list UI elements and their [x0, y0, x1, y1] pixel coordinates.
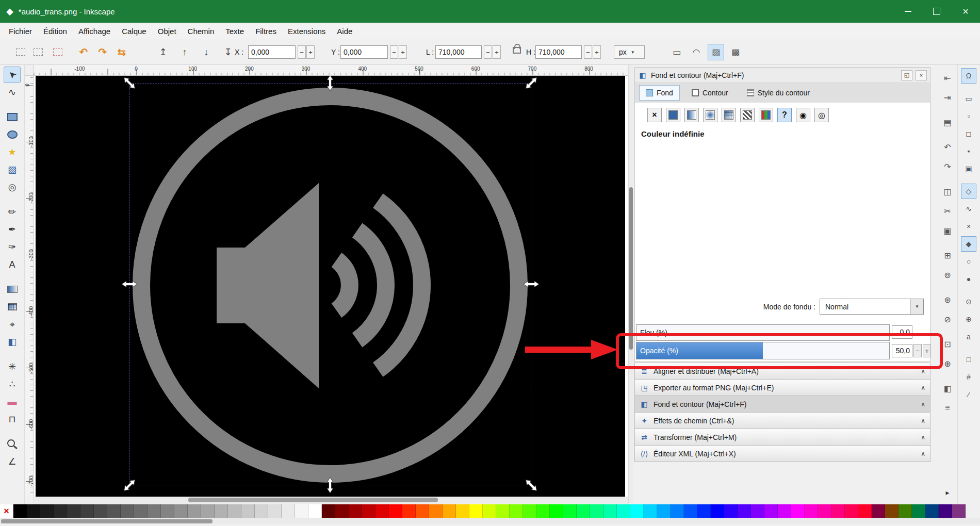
tool-measure[interactable]: ∠ [4, 453, 21, 470]
l-decrement-button[interactable]: − [484, 45, 492, 59]
menu-aide[interactable]: Aide [331, 23, 358, 40]
canvas-vertical-scrollbar[interactable] [628, 65, 633, 503]
palette-swatch[interactable] [563, 504, 577, 518]
palette-swatch[interactable] [469, 504, 483, 518]
palette-swatch[interactable] [577, 504, 590, 518]
canvas-viewport[interactable] [34, 76, 628, 497]
palette-swatch[interactable] [617, 504, 630, 518]
palette-swatch[interactable] [912, 504, 925, 518]
palette-swatch[interactable] [80, 504, 94, 518]
x-input[interactable]: 0,000 [248, 45, 296, 59]
lock-ratio-icon[interactable] [513, 47, 521, 54]
palette-swatch[interactable] [751, 504, 764, 518]
transform-stroke-toggle[interactable]: ▭ [668, 44, 685, 60]
raise-button[interactable]: ↑ [176, 44, 193, 60]
fill-rule-nonzero-button[interactable]: ◉ [796, 108, 810, 122]
dock-transformer-maj-ctrl-m[interactable]: ⇄Transformer (Maj+Ctrl+M)∧ [634, 429, 930, 446]
palette-swatch[interactable] [268, 504, 282, 518]
float-dialog-button[interactable]: ◱ [901, 70, 912, 80]
tool-gradient[interactable] [4, 281, 21, 298]
palette-swatch[interactable] [362, 504, 375, 518]
snap-bbox-edge-midpoints-button[interactable]: ▪ [961, 143, 976, 159]
palette-swatch[interactable] [282, 504, 295, 518]
palette-scrollbar[interactable] [0, 518, 980, 524]
import-button[interactable]: ⇤ [940, 70, 955, 86]
group-button[interactable]: ⊛ [940, 292, 955, 307]
close-dialog-button[interactable]: × [916, 70, 927, 80]
snap-smooth-nodes-button[interactable]: ○ [961, 254, 976, 269]
rotate-cw-button[interactable]: ↷ [94, 44, 111, 60]
palette-swatch[interactable] [496, 504, 510, 518]
menu-texte[interactable]: Texte [220, 23, 250, 40]
palette-swatch[interactable] [550, 504, 563, 518]
palette-swatch[interactable] [94, 504, 107, 518]
palette-swatch[interactable] [335, 504, 349, 518]
paint-radial-gradient-button[interactable] [703, 108, 717, 122]
y-decrement-button[interactable]: − [390, 45, 398, 59]
x-decrement-button[interactable]: − [298, 45, 306, 59]
snap-nodes-button[interactable]: ◇ [961, 184, 976, 199]
palette-swatch[interactable] [67, 504, 80, 518]
undo-button[interactable]: ↶ [940, 139, 955, 155]
menu-objet[interactable]: Objet [152, 23, 182, 40]
palette-swatch[interactable] [375, 504, 389, 518]
palette-swatch[interactable] [952, 504, 966, 518]
close-button[interactable]: × [951, 0, 980, 23]
selection-handle[interactable] [524, 281, 539, 288]
palette-swatch[interactable] [389, 504, 402, 518]
y-input[interactable]: 0,000 [340, 45, 388, 59]
dock-exporter-au-format-png-maj-ctrl-e[interactable]: ◳Exporter au format PNG (Maj+Ctrl+E)∧ [634, 379, 930, 396]
palette-swatch[interactable] [939, 504, 952, 518]
palette-swatch[interactable] [724, 504, 738, 518]
palette-swatch[interactable] [241, 504, 255, 518]
select-all-button[interactable] [12, 44, 29, 60]
palette-swatch[interactable] [738, 504, 751, 518]
tool-ellipse[interactable] [4, 126, 21, 143]
vertical-scroll-thumb[interactable] [629, 187, 633, 350]
paint-none-button[interactable]: × [647, 108, 662, 122]
dock-fond-et-contour-maj-ctrl-f[interactable]: ◧Fond et contour (Maj+Ctrl+F)∧ [634, 396, 930, 413]
tool-dropper[interactable]: ⌖ [4, 316, 21, 333]
snap-object-centers-button[interactable]: ⊙ [961, 294, 976, 309]
palette-swatch[interactable] [483, 504, 496, 518]
tool-bezier-pen[interactable]: ✒ [4, 221, 21, 238]
palette-swatch[interactable] [899, 504, 912, 518]
palette-swatch[interactable] [295, 504, 308, 518]
palette-swatch[interactable] [188, 504, 201, 518]
palette-swatch[interactable] [671, 504, 684, 518]
snap-paths-button[interactable]: ∿ [961, 201, 976, 217]
snap-page-border-button[interactable]: □ [961, 352, 976, 367]
unit-select[interactable]: px ▼ [614, 45, 645, 59]
paint-mesh-gradient-button[interactable] [722, 108, 736, 122]
snap-path-intersections-button[interactable]: × [961, 219, 976, 234]
tool-box-3d[interactable]: ▧ [4, 161, 21, 178]
palette-swatch[interactable] [831, 504, 845, 518]
panel-overflow-button[interactable]: ▸ [942, 487, 953, 498]
palette-swatch[interactable] [54, 504, 67, 518]
tool-connector[interactable]: ⊓ [4, 411, 21, 428]
h-input[interactable]: 710,000 [535, 45, 582, 59]
tool-spray[interactable]: ∴ [4, 376, 21, 392]
palette-swatch[interactable] [818, 504, 831, 518]
fill-rule-evenodd-button[interactable]: ◎ [814, 108, 829, 122]
palette-swatch[interactable] [215, 504, 228, 518]
palette-swatch[interactable] [657, 504, 671, 518]
menu-fichier[interactable]: Fichier [3, 23, 38, 40]
menu-filtres[interactable]: Filtres [250, 23, 282, 40]
palette-swatch[interactable] [845, 504, 858, 518]
palette-swatch[interactable] [228, 504, 241, 518]
palette-swatch[interactable] [402, 504, 416, 518]
snap-grids-button[interactable]: # [961, 369, 976, 385]
snap-cusp-nodes-button[interactable]: ◆ [961, 236, 976, 252]
l-input[interactable]: 710,000 [435, 45, 482, 59]
palette-swatch[interactable] [925, 504, 939, 518]
tool-pencil[interactable]: ✏ [4, 204, 21, 220]
palette-swatch[interactable] [684, 504, 697, 518]
paint-flat-button[interactable] [666, 108, 680, 122]
l-increment-button[interactable]: + [493, 45, 501, 59]
palette-swatch[interactable] [630, 504, 644, 518]
palette-swatch[interactable] [322, 504, 335, 518]
snap-bbox-edges-button[interactable]: ▫ [961, 108, 976, 124]
tool-text[interactable]: A [4, 256, 21, 273]
tool-selector[interactable]: ➤ [4, 67, 21, 83]
